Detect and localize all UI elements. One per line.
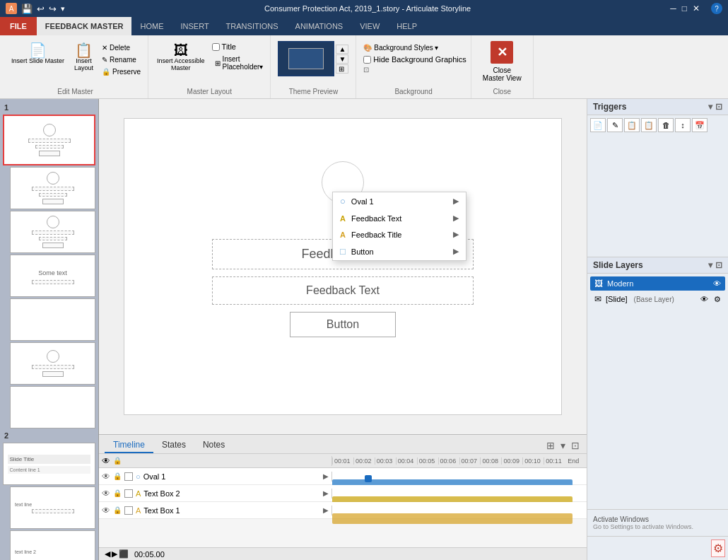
triggers-expand-icon[interactable]: ⊡ [715, 102, 722, 112]
tl-expand-oval1[interactable]: ▶ [323, 472, 329, 480]
quick-access-save[interactable]: 💾 [21, 4, 33, 14]
slide-canvas: Feedback Title Feedback Text Button [99, 99, 587, 434]
triggers-paste-btn[interactable]: 📋 [641, 118, 657, 132]
tl-expand-textbox2[interactable]: ▶ [323, 489, 329, 497]
dd-item-feedback-title[interactable]: A Feedback Title ▶ [333, 226, 466, 243]
layer-row-base[interactable]: ✉ [Slide] (Base Layer) 👁 ⚙ [590, 292, 725, 306]
tl-tick-11: 00:11 [544, 457, 565, 465]
timeline-footer: ◀ ▶ ⬛ 00:05.00 [99, 547, 587, 560]
window-title: Consumer Protection Act, 2019_1.story - … [65, 4, 670, 13]
tl-eye-textbox1[interactable]: 👁 [102, 506, 110, 515]
slide-thumb-2-2[interactable]: text line [10, 486, 95, 529]
close-master-view-btn[interactable]: ✕ CloseMaster View [476, 38, 529, 85]
tl-ruler: 00:01 00:02 00:03 00:04 00:05 00:06 00:0… [332, 457, 587, 465]
slide-thumb-1-5[interactable] [10, 342, 95, 385]
tab-transitions[interactable]: TRANSITIONS [218, 17, 287, 35]
triggers-section: Triggers ▾ ⊡ 📄 ✎ 📋 📋 🗑 ↕ 📅 [587, 99, 728, 257]
tab-view[interactable]: VIEW [351, 17, 388, 35]
tl-lock-oval1[interactable]: 🔒 [113, 472, 122, 480]
insert-accessible-master-btn[interactable]: 🖼 Insert AccessibleMaster [153, 41, 209, 74]
tl-label-textbox2: Text Box 2 [143, 489, 180, 498]
tl-row-oval1: 👁 🔒 ○ Oval 1 ▶ [99, 468, 587, 485]
tab-notes[interactable]: Notes [194, 438, 233, 453]
tl-lock-textbox2[interactable]: 🔒 [113, 489, 122, 497]
tl-footer-stop[interactable]: ⬛ [119, 549, 129, 559]
triggers-copy-btn[interactable]: 📋 [624, 118, 640, 132]
scroll-down-icon[interactable]: ▼ [336, 54, 348, 64]
slide-thumb-1-2[interactable] [10, 211, 95, 253]
scroll-up-icon[interactable]: ▲ [336, 45, 348, 54]
close-btn[interactable]: ✕ [693, 4, 700, 13]
right-panels: Triggers ▾ ⊡ 📄 ✎ 📋 📋 🗑 ↕ 📅 [587, 99, 728, 560]
triggers-edit-btn[interactable]: ✎ [607, 118, 623, 132]
settings-gear-icon[interactable]: ⚙ [711, 539, 725, 557]
timeline-panel: Timeline States Notes ⊞ ▾ ⊡ 👁 🔒 00:01 00… [99, 434, 587, 547]
tl-expand-textbox1[interactable]: ▶ [323, 506, 329, 514]
slide-thumb-2-1[interactable]: Slide Title Content line 1 [3, 443, 95, 485]
triggers-delete-btn[interactable]: 🗑 [658, 118, 674, 132]
tl-footer-play[interactable]: ▶ [112, 549, 117, 559]
dd-item-feedback-text[interactable]: A Feedback Text ▶ [333, 210, 466, 226]
slide-layers-expand-icon[interactable]: ⊡ [715, 260, 722, 270]
tl-checkbox-textbox2[interactable] [124, 489, 133, 498]
layer-eye-base[interactable]: 👁 [700, 295, 708, 303]
tl-lock-textbox1[interactable]: 🔒 [113, 506, 122, 514]
timeline-settings-icon[interactable]: ▾ [559, 438, 567, 453]
tl-eye-textbox2[interactable]: 👁 [102, 489, 110, 498]
tab-help[interactable]: HELP [388, 17, 425, 35]
help-icon[interactable]: ? [711, 3, 722, 14]
theme-expand-icon[interactable]: ⊞ [336, 64, 348, 74]
layer-row-modern[interactable]: 🖼 Modern 👁 [590, 276, 725, 291]
timeline-distribute-icon[interactable]: ⊞ [545, 438, 556, 453]
triggers-collapse-icon[interactable]: ▾ [708, 102, 712, 112]
feedback-button-placeholder[interactable]: Button [290, 312, 396, 337]
slide-thumb-1-4[interactable] [10, 298, 95, 341]
dd-item-oval1[interactable]: ○ Oval 1 ▶ [333, 192, 466, 210]
tab-home[interactable]: HOME [131, 17, 172, 35]
minimize-btn[interactable]: ─ [670, 4, 676, 13]
tl-checkbox-oval1[interactable] [124, 472, 133, 481]
insert-placeholder-btn[interactable]: ⊞ InsertPlaceholder▾ [212, 54, 266, 72]
tab-animations[interactable]: ANIMATIONS [287, 17, 352, 35]
bg-expand-icon[interactable]: ⊡ [363, 66, 369, 74]
slide-thumb-1-3[interactable]: Some text [10, 255, 95, 297]
ribbon-group-theme-preview: ▲ ▼ ⊞ Theme Preview [271, 35, 356, 98]
slide-thumb-1-1[interactable] [10, 167, 95, 209]
layer-settings-icon[interactable]: ⚙ [714, 295, 721, 304]
tl-checkbox-textbox1[interactable] [124, 506, 133, 515]
triggers-calendar-btn[interactable]: 📅 [692, 118, 708, 132]
tl-eye-oval1[interactable]: 👁 [102, 472, 110, 482]
insert-slide-master-btn[interactable]: 📄 Insert Slide Master [7, 41, 69, 66]
triggers-toolbar: 📄 ✎ 📋 📋 🗑 ↕ 📅 [590, 118, 725, 132]
tab-file[interactable]: FILE [0, 17, 37, 35]
tab-timeline[interactable]: Timeline [105, 438, 153, 453]
quick-access-undo[interactable]: ↩ [37, 4, 45, 14]
dd-item-button[interactable]: □ Button ▶ [333, 243, 466, 260]
timeline-expand-icon[interactable]: ⊡ [570, 438, 581, 453]
triggers-add-btn[interactable]: 📄 [590, 118, 606, 132]
slide-thumb-1-main[interactable] [3, 115, 95, 165]
maximize-btn[interactable]: □ [682, 4, 687, 13]
tl-row-left-oval1: 👁 🔒 ○ Oval 1 ▶ [99, 472, 332, 482]
slide-layers-collapse-icon[interactable]: ▾ [708, 260, 712, 270]
title-checkbox[interactable] [212, 43, 220, 51]
tl-row-left-textbox2: 👁 🔒 A Text Box 2 ▶ [99, 489, 332, 498]
delete-btn[interactable]: ✕ Delete [99, 42, 143, 53]
slide-thumb-2-3[interactable]: text line 2 [10, 530, 95, 560]
layer-eye-modern[interactable]: 👁 [713, 279, 721, 288]
insert-layout-btn[interactable]: 📋 InsertLayout [70, 41, 98, 74]
tl-footer-prev[interactable]: ◀ [105, 549, 110, 559]
tab-states[interactable]: States [153, 438, 194, 453]
feedback-text-placeholder[interactable]: Feedback Text [212, 276, 474, 305]
slide-layers-title: Slide Layers [593, 260, 643, 270]
layer-icon-base: ✉ [594, 294, 601, 304]
triggers-move-btn[interactable]: ↕ [675, 118, 691, 132]
rename-btn[interactable]: ✎ Rename [99, 54, 143, 65]
quick-access-redo[interactable]: ↪ [49, 4, 57, 14]
tab-feedback-master[interactable]: FEEDBACK MASTER [37, 17, 132, 35]
preserve-btn[interactable]: 🔒 Preserve [99, 66, 143, 77]
slide-thumb-1-6[interactable] [10, 386, 95, 428]
background-styles-btn[interactable]: 🎨 Background Styles ▾ [360, 42, 466, 53]
tab-insert[interactable]: INSERT [172, 17, 217, 35]
hide-background-checkbox[interactable] [363, 56, 371, 64]
